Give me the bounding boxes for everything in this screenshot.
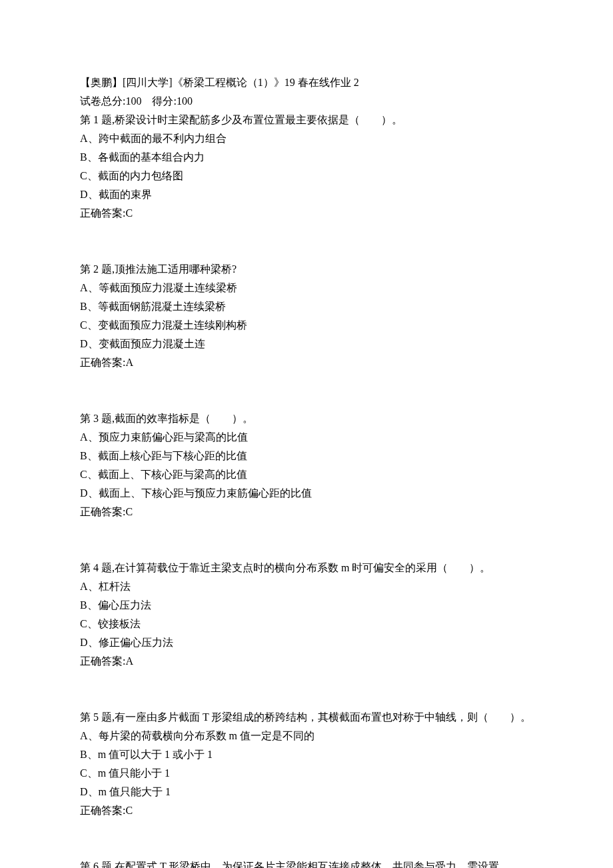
question-stem: 第 5 题,有一座由多片截面 T 形梁组成的桥跨结构，其横截面布置也对称于中轴线… (80, 708, 533, 727)
question-stem: 第 3 题,截面的效率指标是（ ）。 (80, 409, 533, 428)
question-option: A、等截面预应力混凝土连续梁桥 (80, 279, 533, 297)
doc-title: 【奥鹏】[四川大学]《桥梁工程概论（1）》19 春在线作业 2 (80, 77, 359, 88)
question-answer: 正确答案:A (80, 353, 533, 372)
answer-label: 正确答案: (80, 655, 125, 667)
question-option: C、变截面预应力混凝土连续刚构桥 (80, 316, 533, 335)
question-option: A、每片梁的荷载横向分布系数 m 值一定是不同的 (80, 727, 533, 745)
question-option: B、偏心压力法 (80, 596, 533, 615)
answer-value: C (125, 207, 133, 219)
question-answer: 正确答案:C (80, 801, 533, 820)
question-option: D、截面的束界 (80, 185, 533, 204)
score-gap (141, 95, 152, 107)
question-answer: 正确答案:A (80, 652, 533, 671)
question-option: A、杠杆法 (80, 577, 533, 596)
question-option: B、m 值可以大于 1 或小于 1 (80, 745, 533, 764)
question-answer: 正确答案:C (80, 204, 533, 223)
question-option: D、修正偏心压力法 (80, 633, 533, 652)
question-5: 第 5 题,有一座由多片截面 T 形梁组成的桥跨结构，其横截面布置也对称于中轴线… (80, 708, 533, 820)
question-stem: 第 2 题,顶推法施工适用哪种梁桥? (80, 260, 533, 279)
answer-value: C (125, 805, 133, 816)
question-option: C、截面的内力包络图 (80, 167, 533, 185)
question-4: 第 4 题,在计算荷载位于靠近主梁支点时的横向分布系数 m 时可偏安全的采用（ … (80, 559, 533, 671)
answer-label: 正确答案: (80, 357, 125, 368)
answer-label: 正确答案: (80, 207, 125, 219)
question-3: 第 3 题,截面的效率指标是（ ）。 A、预应力束筋偏心距与梁高的比值 B、截面… (80, 409, 533, 521)
question-option: C、截面上、下核心距与梁高的比值 (80, 465, 533, 484)
question-option: A、预应力束筋偏心距与梁高的比值 (80, 428, 533, 447)
question-answer: 正确答案:C (80, 503, 533, 521)
question-option: C、m 值只能小于 1 (80, 764, 533, 783)
obtained-score-label: 得分: (152, 95, 176, 107)
question-6: 第 6 题,在配置式 T 形梁桥中，为保证各片主梁能相互连接成整体，共同参与受力… (80, 857, 533, 868)
question-option: D、变截面预应力混凝土连 (80, 335, 533, 353)
question-option: B、截面上核心距与下核心距的比值 (80, 447, 533, 465)
question-stem: 第 4 题,在计算荷载位于靠近主梁支点时的横向分布系数 m 时可偏安全的采用（ … (80, 559, 533, 577)
obtained-score-value: 100 (177, 95, 193, 107)
answer-label: 正确答案: (80, 506, 125, 517)
answer-value: A (125, 357, 133, 368)
question-option: A、跨中截面的最不利内力组合 (80, 129, 533, 148)
question-option: B、各截面的基本组合内力 (80, 148, 533, 167)
question-2: 第 2 题,顶推法施工适用哪种梁桥? A、等截面预应力混凝土连续梁桥 B、等截面… (80, 260, 533, 372)
question-option: C、铰接板法 (80, 615, 533, 633)
total-score-label: 试卷总分: (80, 95, 125, 107)
total-score-value: 100 (125, 95, 141, 107)
question-1: 第 1 题,桥梁设计时主梁配筋多少及布置位置最主要依据是（ ）。 A、跨中截面的… (80, 111, 533, 223)
answer-value: C (125, 506, 133, 517)
question-option: D、m 值只能大于 1 (80, 783, 533, 801)
answer-value: A (125, 655, 133, 667)
question-option: B、等截面钢筋混凝土连续梁桥 (80, 297, 533, 316)
question-stem: 第 6 题,在配置式 T 形梁桥中，为保证各片主梁能相互连接成整体，共同参与受力… (80, 857, 533, 868)
answer-label: 正确答案: (80, 805, 125, 816)
question-stem: 第 1 题,桥梁设计时主梁配筋多少及布置位置最主要依据是（ ）。 (80, 111, 533, 129)
question-option: D、截面上、下核心距与预应力束筋偏心距的比值 (80, 484, 533, 503)
